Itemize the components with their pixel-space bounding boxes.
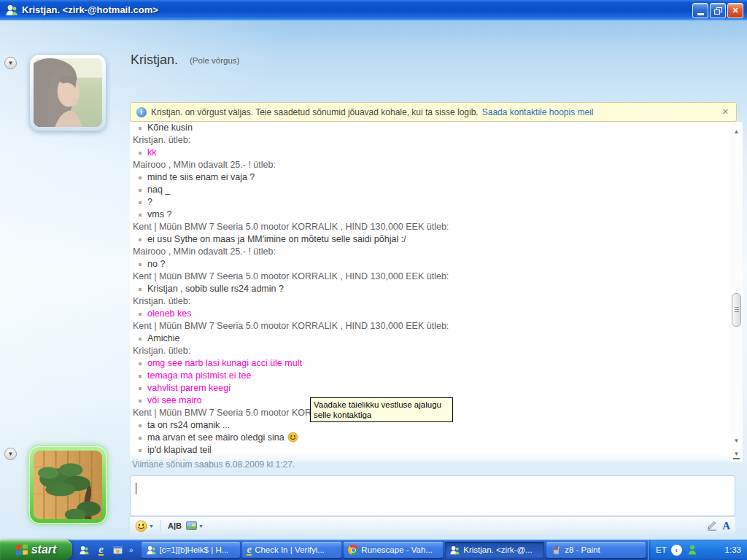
chat-message-row: Mairooo , MMin odavalt 25.- ! ütleb: [130,246,743,258]
tray-collapse-button[interactable]: ‹ [671,545,682,556]
contact-name: Kristjan. [131,52,178,68]
scrollbar-thumb[interactable] [732,293,741,327]
scroll-to-bottom-button[interactable]: ▼ [730,450,743,460]
chat-message-text: temaga ma pistmist ei tee [147,370,251,381]
restore-button[interactable] [710,3,726,18]
task-label: Check In | Verifyi... [255,545,325,554]
contact-avatar-collapse-button[interactable]: ▼ [4,57,17,69]
task-button-runescape[interactable]: Runescape - Vah... [344,542,443,558]
minimize-icon [697,13,704,15]
last-message-status: Viimane sõnum saabus 6.08.2009 kl 1:27. [132,459,295,470]
chat-message-row: mind te siis enam ei vaja ? [130,171,743,184]
system-tray: ET ‹ 1:33 [648,540,747,560]
text-format-button[interactable]: A|B [166,518,184,533]
chat-message-text: Kristjan. ütleb: [133,135,190,145]
chat-message-text: Kristjan. ütleb: [133,296,190,306]
background-image-button[interactable]: ▼ [184,518,206,533]
chat-message-text: Kent | Müün BMW 7 Seeria 5.0 mootor KORR… [133,222,449,232]
chat-message-row: vahvlist parem keegi [130,382,743,394]
chat-message-text: ma arvan et see mairo oledgi sina [147,432,285,443]
messenger-icon [5,4,18,17]
dropdown-icon: ▼ [198,524,204,529]
chevron-down-icon: ▼ [8,451,14,457]
chat-message-row: Kristjan. ütleb: [130,345,743,357]
quick-launch: e » [72,544,139,556]
composer-toolbar-right: A [704,518,732,533]
composer-toolbar: ▼ A|B ▼ A [130,516,735,534]
app-quicklaunch-icon[interactable] [112,544,124,556]
chat-message-text: omg see narb lasi kunagi acci üle mult [147,358,302,368]
close-button[interactable]: ✕ [727,3,743,18]
task-button-kristjan-active[interactable]: Kristjan. <zirk-@... [445,542,544,558]
chat-message-text: Mairooo , MMin odavalt 25.- ! ütleb: [133,160,276,170]
chat-message-row: no ? [130,258,743,271]
chat-message-text: ta on rs24 omanik ... [147,420,230,430]
font-button[interactable]: A [720,518,732,533]
handwriting-button[interactable] [704,518,720,533]
start-button[interactable]: start [0,540,72,560]
chrome-icon [348,545,358,555]
task-buttons: [c=1][b]Heik$ | H... e Check In | Verify… [139,542,648,558]
title-bar: Kristjan. <zirk-@hotmail.com> ✕ [0,0,747,20]
messenger-quicklaunch-icon[interactable] [78,544,90,556]
contact-avatar[interactable] [29,54,107,131]
task-button-paint[interactable]: z8 - Paint [546,542,646,558]
chat-message-row: vms ? [130,209,743,221]
quicklaunch-overflow-icon[interactable]: » [129,546,133,554]
chat-message-text: no ? [147,259,165,269]
messenger-status-icon[interactable] [686,544,698,556]
scroll-up-button[interactable]: ▲ [730,126,743,136]
info-icon: i [136,107,147,117]
image-icon [186,521,197,530]
language-indicator[interactable]: ET [656,545,667,554]
conversation-window: ▼ Kristjan. (Pole võrgu [0,20,747,540]
chevron-down-icon: ▼ [8,60,14,66]
chat-message-row: oleneb kes [130,308,743,320]
self-avatar-collapse-button[interactable]: ▼ [4,448,17,460]
text-format-icon: A|B [168,521,182,530]
messenger-icon [449,545,460,556]
chat-message-text: mind te siis enam ei vaja ? [147,172,255,182]
task-button-heik[interactable]: [c=1][b]Heik$ | H... [142,542,241,558]
clock[interactable]: 1:33 [725,545,741,554]
minimize-button[interactable] [692,3,708,18]
task-label: [c=1][b]Heik$ | H... [160,545,229,554]
chat-message-row: ip'd klapivad teil [130,444,743,456]
chat-message-row: Kent | Müün BMW 7 Seeria 5.0 mootor KORR… [130,221,743,233]
chat-message-row: kk [130,147,743,159]
scroll-down-icon: ▼ [734,438,740,444]
chat-message-row: Kent | Müün BMW 7 Seeria 5.0 mootor KORR… [130,271,743,283]
windows-flag-icon [16,544,28,555]
chat-message-text: ip'd klapivad teil [147,445,212,455]
chat-scrollbar[interactable]: ▲ ▼ ▼ [730,122,743,462]
chat-message-row: Kent | Müün BMW 7 Seeria 5.0 mootor KORR… [130,320,743,332]
chat-message-text: Kõne kusin [147,122,193,133]
self-avatar[interactable] [29,446,107,524]
dropdown-icon: ▼ [149,524,154,529]
chat-message-row: temaga ma pistmist ei tee [130,370,743,382]
chat-message-text: Kent | Müün BMW 7 Seeria 5.0 mootor KORR… [133,271,449,281]
chat-message-text: Mairooo , MMin odavalt 25.- ! ütleb: [133,246,276,257]
history-tooltip: Vaadake täielikku vestluse ajalugu selle… [310,397,453,422]
offline-notice-bar: i Kristjan. on võrgust väljas. Teie saad… [130,102,737,122]
contact-avatar-image [34,58,102,127]
emoticon-button[interactable]: ▼ [133,518,156,533]
send-email-link[interactable]: Saada kontaktile hoopis meil [482,107,594,117]
message-input[interactable] [130,475,735,516]
chat-message-text: ? [147,197,152,207]
scroll-down-button[interactable]: ▼ [730,435,743,446]
toolbar-separator [160,520,161,532]
task-button-checkin[interactable]: e Check In | Verifyi... [242,542,341,558]
taskbar: start e » [c=1][b]Heik$ | H... e Check I… [0,540,747,560]
task-label: Kristjan. <zirk-@... [463,545,532,554]
chat-message-text: vahvlist parem keegi [147,383,231,393]
chat-message-row: Kristjan. ütleb: [130,134,743,147]
font-icon: A [722,520,730,532]
chat-message-text: vms ? [147,209,171,219]
chat-message-text: ei usu Sythe on maas ja MM'imine on mõte… [147,234,406,244]
internet-explorer-quicklaunch-icon[interactable]: e [95,544,107,556]
chat-message-row: Kristjan , sobib sulle rs24 admin ? [130,283,743,295]
notice-close-icon[interactable]: ✕ [721,107,730,117]
paint-icon [551,545,562,556]
chat-message-row: omg see narb lasi kunagi acci üle mult [130,357,743,370]
